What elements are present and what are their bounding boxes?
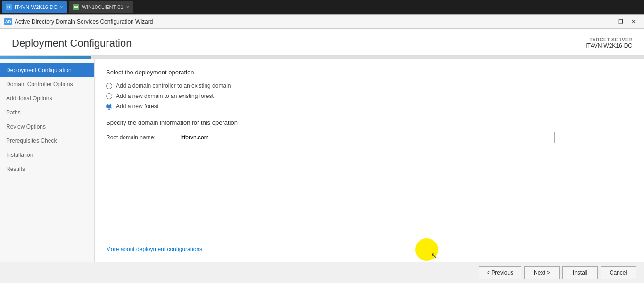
wizard-window: AD Active Directory Domain Services Conf… (0, 14, 644, 283)
tab-icon-win10: W (73, 4, 79, 10)
sidebar-item-additional[interactable]: Additional Options (0, 91, 94, 105)
wizard-footer: < Previous Next > Install Cancel (0, 262, 644, 283)
window-title: Active Directory Domain Services Configu… (15, 18, 153, 25)
sidebar: Deployment Configuration Domain Controll… (0, 59, 95, 262)
previous-button[interactable]: < Previous (479, 266, 521, 279)
target-server-label: TARGET SERVER (586, 37, 632, 42)
restore-button[interactable]: ❐ (614, 16, 627, 27)
tab-label-it4vn: IT4VN-W2K16-DC (15, 4, 57, 10)
tab-close-it4vn[interactable]: ✕ (59, 5, 63, 10)
cancel-button[interactable]: Cancel (601, 266, 636, 279)
radio-existing-forest-input[interactable] (106, 93, 112, 99)
sidebar-item-paths[interactable]: Paths (0, 105, 94, 120)
wizard-title: Deployment Configuration (12, 37, 132, 49)
progress-bar (0, 56, 91, 59)
radio-existing-domain[interactable]: Add a domain controller to an existing d… (106, 82, 632, 89)
minimize-button[interactable]: — (601, 16, 613, 27)
target-server-info: TARGET SERVER IT4VN-W2K16-DC (586, 37, 632, 49)
tab-win10client[interactable]: W WIN10CLIENT-01 ✕ (69, 1, 133, 13)
root-domain-label: Root domain name: (106, 134, 172, 141)
install-button[interactable]: Install (562, 266, 598, 279)
target-server-name: IT4VN-W2K16-DC (586, 42, 632, 49)
radio-new-forest[interactable]: Add a new forest (106, 103, 632, 110)
radio-new-forest-label: Add a new forest (116, 103, 158, 110)
progress-area (0, 56, 644, 59)
wizard-body: Deployment Configuration TARGET SERVER I… (0, 29, 644, 283)
window-icon: AD (4, 18, 12, 25)
wizard-content: Deployment Configuration Domain Controll… (0, 59, 644, 262)
sidebar-item-deployment[interactable]: Deployment Configuration (0, 63, 94, 77)
tab-it4vn[interactable]: IT IT4VN-W2K16-DC ✕ (2, 1, 67, 13)
sidebar-item-installation[interactable]: Installation (0, 148, 94, 162)
sidebar-item-results[interactable]: Results (0, 162, 94, 176)
radio-group: Add a domain controller to an existing d… (106, 82, 632, 110)
select-operation-title: Select the deployment operation (106, 69, 632, 76)
domain-info-title: Specify the domain information for this … (106, 119, 632, 126)
main-content: Select the deployment operation Add a do… (95, 59, 644, 262)
taskbar: IT IT4VN-W2K16-DC ✕ W WIN10CLIENT-01 ✕ (0, 0, 644, 14)
more-link[interactable]: More about deployment configurations (106, 246, 202, 252)
wizard-header: Deployment Configuration TARGET SERVER I… (0, 29, 644, 56)
tab-icon-it4vn: IT (6, 4, 12, 10)
cursor-arrow: ↖ (431, 251, 437, 260)
sidebar-item-dc-options[interactable]: Domain Controller Options (0, 77, 94, 91)
window-controls: — ❐ ✕ (601, 16, 640, 27)
root-domain-input[interactable] (178, 132, 555, 143)
cursor-indicator: ↖ (415, 238, 438, 261)
tab-close-win10[interactable]: ✕ (126, 5, 130, 10)
root-domain-row: Root domain name: (106, 132, 632, 143)
radio-existing-forest[interactable]: Add a new domain to an existing forest (106, 93, 632, 99)
radio-existing-forest-label: Add a new domain to an existing forest (116, 93, 214, 99)
sidebar-item-review[interactable]: Review Options (0, 120, 94, 134)
titlebar-left: AD Active Directory Domain Services Conf… (4, 18, 153, 25)
window-titlebar: AD Active Directory Domain Services Conf… (0, 15, 644, 29)
next-button[interactable]: Next > (524, 266, 560, 279)
sidebar-item-prereq[interactable]: Prerequisites Check (0, 134, 94, 148)
radio-existing-domain-input[interactable] (106, 83, 112, 89)
radio-new-forest-input[interactable] (106, 104, 112, 110)
close-button[interactable]: ✕ (627, 16, 640, 27)
radio-existing-domain-label: Add a domain controller to an existing d… (116, 82, 231, 89)
tab-label-win10: WIN10CLIENT-01 (82, 4, 123, 10)
